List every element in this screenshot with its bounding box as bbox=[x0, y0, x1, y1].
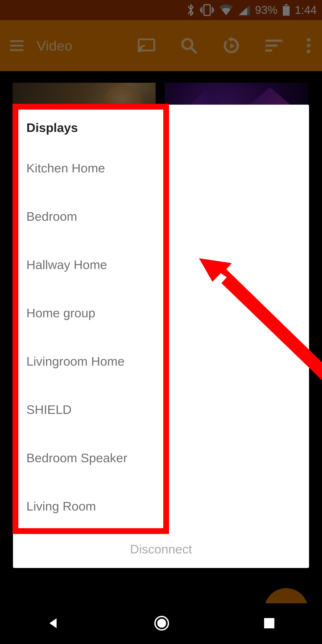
display-item-label: Livingroom Home bbox=[26, 354, 124, 368]
display-item-livingroom-home[interactable]: Livingroom Home bbox=[26, 337, 296, 385]
display-item-bedroom-speaker[interactable]: Bedroom Speaker bbox=[26, 434, 296, 482]
display-item-bedroom[interactable]: Bedroom bbox=[26, 192, 296, 240]
display-item-label: Bedroom Speaker bbox=[26, 450, 127, 465]
display-item-label: Bedroom bbox=[26, 209, 77, 224]
disconnect-label: Disconnect bbox=[130, 542, 192, 556]
display-item-label: Kitchen Home bbox=[26, 161, 105, 175]
home-icon bbox=[154, 615, 170, 631]
display-item-shield[interactable]: SHIELD bbox=[26, 385, 296, 434]
screen: Video bbox=[0, 0, 322, 644]
display-item-label: Home group bbox=[26, 306, 95, 320]
recent-icon bbox=[263, 617, 275, 629]
svg-rect-27 bbox=[264, 618, 274, 628]
display-item-hallway-home[interactable]: Hallway Home bbox=[26, 240, 296, 289]
back-icon bbox=[47, 616, 60, 630]
display-item-label: SHIELD bbox=[26, 402, 72, 417]
nav-bar bbox=[0, 603, 322, 644]
display-item-home-group[interactable]: Home group bbox=[26, 289, 296, 337]
disconnect-button[interactable]: Disconnect bbox=[13, 530, 309, 568]
nav-recent-button[interactable] bbox=[263, 617, 275, 630]
nav-back-button[interactable] bbox=[47, 616, 60, 631]
dialog-title: Displays bbox=[13, 105, 309, 144]
displays-list: Kitchen Home Bedroom Hallway Home Home g… bbox=[13, 144, 309, 530]
display-item-label: Hallway Home bbox=[26, 258, 107, 272]
svg-marker-24 bbox=[50, 618, 56, 628]
cast-displays-dialog: Displays Kitchen Home Bedroom Hallway Ho… bbox=[13, 105, 309, 568]
display-item-label: Living Room bbox=[26, 499, 96, 514]
nav-home-button[interactable] bbox=[154, 615, 170, 632]
svg-point-26 bbox=[157, 619, 166, 628]
display-item-kitchen-home[interactable]: Kitchen Home bbox=[26, 144, 296, 192]
display-item-living-room[interactable]: Living Room bbox=[26, 482, 296, 530]
